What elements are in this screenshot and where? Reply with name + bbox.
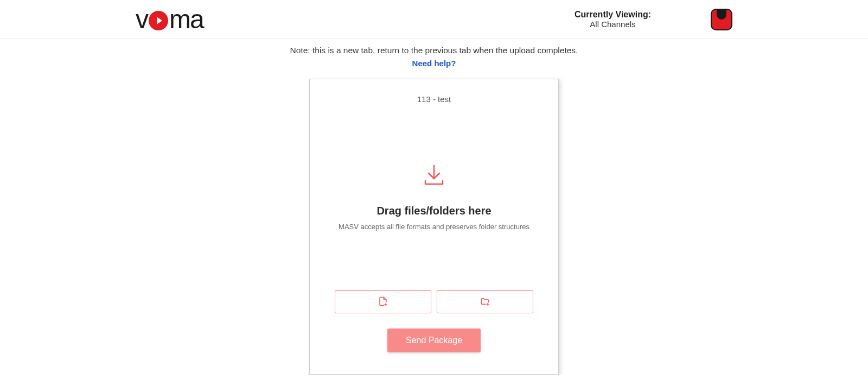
help-link[interactable]: Need help? (412, 59, 456, 68)
download-icon (422, 163, 446, 190)
viewing-label: Currently Viewing: (575, 9, 651, 20)
header-bar: v ma Currently Viewing: All Channels (0, 0, 868, 39)
avatar-tongue-icon (717, 9, 726, 20)
upload-button-row (325, 290, 543, 313)
viewing-indicator[interactable]: Currently Viewing: All Channels (575, 9, 651, 29)
drag-subtext: MASV accepts all file formats and preser… (339, 223, 529, 231)
add-files-button[interactable] (335, 290, 431, 313)
logo-text-after: ma (169, 4, 203, 34)
logo-play-icon (149, 11, 168, 30)
avatar[interactable] (711, 9, 732, 30)
package-title: 113 - test (417, 94, 451, 104)
upload-card[interactable]: 113 - test Drag files/folders here MASV … (309, 79, 559, 375)
add-folder-button[interactable] (437, 290, 533, 313)
folder-add-icon (480, 296, 490, 308)
main-content: Note: this is a new tab, return to the p… (0, 39, 868, 375)
upload-note: Note: this is a new tab, return to the p… (290, 46, 578, 55)
drag-heading: Drag files/folders here (376, 205, 491, 217)
header-right: Currently Viewing: All Channels (575, 9, 732, 30)
file-add-icon (378, 296, 388, 308)
viewing-value: All Channels (575, 20, 651, 29)
send-package-button[interactable]: Send Package (387, 329, 481, 352)
logo[interactable]: v ma (136, 4, 203, 34)
logo-text-before: v (136, 4, 148, 34)
